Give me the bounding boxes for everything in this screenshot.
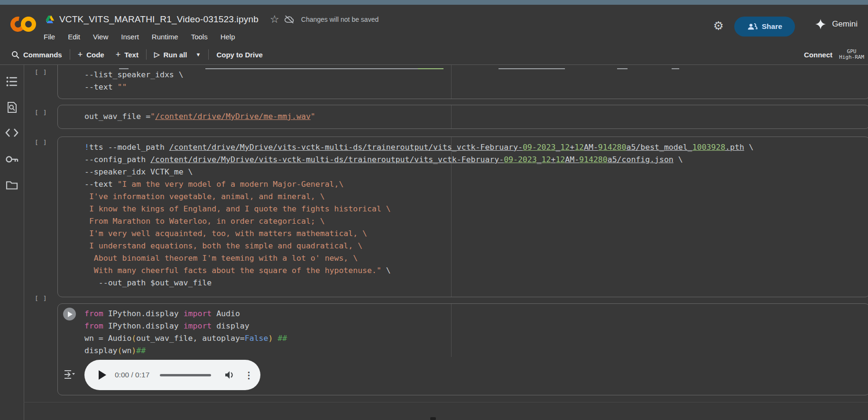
code-segment: I know the kings of England, and I quote… (84, 204, 391, 213)
code-segment: _ (537, 155, 542, 164)
menu-file[interactable]: File (44, 33, 55, 41)
code-line: I'm very well acquainted, too, with matt… (84, 228, 868, 240)
menu-tools[interactable]: Tools (191, 33, 208, 41)
code-snippets-icon[interactable] (5, 128, 18, 137)
find-replace-icon[interactable] (6, 101, 18, 114)
cell-gutter-marker[interactable]: [ ] (35, 139, 54, 146)
add-text-button[interactable]: + Text (116, 50, 139, 60)
window-top-strip (0, 0, 868, 5)
notebook-title[interactable]: VCTK_VITS_MARATHI_R1_Video-031523.ipynb (59, 14, 259, 25)
header: VCTK_VITS_MARATHI_R1_Video-031523.ipynb … (0, 5, 868, 45)
share-button[interactable]: Share (734, 17, 795, 37)
code-segment: from (84, 321, 103, 330)
code-segment: from (84, 309, 103, 318)
cell-gutter-marker[interactable]: [ ] (35, 109, 54, 116)
code-editor[interactable]: !tts --model_path /content/drive/MyDrive… (58, 137, 868, 289)
code-editor[interactable]: out_wav_file ="/content/drive/MyDrive/me… (58, 105, 868, 123)
logo-ring-right (21, 17, 36, 32)
code-segment: a5/best_model_ (626, 143, 692, 152)
code-segment: About binomial theorem I'm teeming with … (84, 254, 358, 263)
code-line: from IPython.display import Audio (84, 308, 868, 320)
volume-icon[interactable] (224, 370, 235, 380)
code-segment: ) (268, 334, 273, 343)
code-line: !tts --model_path /content/drive/MyDrive… (84, 141, 868, 154)
code-segment: Audio (212, 309, 240, 318)
code-segment: /content/drive/MyDrive/vits-vctk-multi-d… (169, 143, 523, 152)
run-all-button[interactable]: ▷ Run all ▼ (154, 50, 201, 59)
code-segment: AM- (565, 155, 579, 164)
toolbar-divider (208, 49, 209, 60)
code-segment: .pth (725, 143, 744, 152)
commands-button[interactable]: Commands (11, 51, 62, 59)
code-segment: --list_speaker_idxs \ (84, 70, 184, 79)
accelerator-badge[interactable]: GPU High-RAM (839, 49, 864, 60)
code-line: --text "" (84, 81, 868, 93)
colab-logo-icon[interactable] (10, 11, 38, 38)
plus-icon: + (78, 50, 83, 60)
notebook-scroll-area[interactable]: [ ] [ ] [ ] [ ] --list_speaker_idxs \--t… (24, 64, 868, 420)
settings-gear-icon[interactable]: ⚙ (713, 20, 724, 31)
code-segment: " (311, 112, 315, 121)
connect-button[interactable]: Connect (804, 51, 832, 59)
code-segment: With many cheerful facts about the squar… (84, 266, 381, 275)
code-segment: I understand equations, both the simple … (84, 241, 362, 250)
cell-output-options-icon[interactable] (64, 369, 75, 380)
copy-to-drive-button[interactable]: Copy to Drive (216, 51, 263, 59)
cell-gutter-marker[interactable]: [ ] (35, 69, 54, 76)
code-segment: ( (118, 346, 122, 355)
audio-player[interactable]: 0:00 / 0:17 ⋮ (84, 360, 260, 390)
code-cell[interactable]: !tts --model_path /content/drive/MyDrive… (57, 137, 868, 297)
files-folder-icon[interactable] (6, 180, 18, 190)
code-cell[interactable]: --list_speaker_idxs \--text "" (57, 64, 868, 99)
code-segment: 914280 (579, 155, 608, 164)
code-line: display(wn)## (84, 345, 868, 357)
audio-play-button[interactable] (99, 370, 106, 380)
star-icon[interactable]: ☆ (270, 13, 279, 26)
code-segment: False (245, 334, 268, 343)
code-line: From Marathon to Waterloo, in order cate… (84, 215, 868, 228)
cell-gutter-marker[interactable]: [ ] (35, 295, 54, 302)
code-segment: 12 (574, 143, 584, 152)
code-segment: wn (122, 346, 131, 355)
code-line: About binomial theorem I'm teeming with … (84, 252, 868, 265)
code-segment: IPython.display (103, 309, 184, 318)
chevron-down-icon[interactable]: ▼ (196, 52, 201, 57)
code-editor[interactable]: from IPython.display import Audiofrom IP… (58, 304, 868, 357)
menu-insert[interactable]: Insert (121, 33, 139, 41)
secrets-key-icon[interactable] (5, 155, 18, 164)
code-segment: I've information vegetable, animal, and … (84, 192, 325, 201)
audio-menu-icon[interactable]: ⋮ (244, 370, 253, 381)
menu-view[interactable]: View (93, 33, 108, 41)
code-segment: 12 (560, 143, 570, 152)
code-segment: tts --model_path (89, 143, 169, 152)
add-code-button[interactable]: + Code (78, 50, 104, 60)
code-line: --out_path $out_wav_file (84, 277, 868, 289)
code-line: --speaker_idx VCTK_me \ (84, 166, 868, 178)
code-line: out_wav_file ="/content/drive/MyDrive/me… (84, 110, 868, 123)
code-segment: import (184, 321, 212, 330)
menu-edit[interactable]: Edit (68, 33, 80, 41)
section-divider (24, 402, 868, 402)
code-segment: ## (136, 346, 146, 355)
code-segment: out_wav_file = (84, 112, 150, 121)
cloud-off-icon (284, 15, 295, 24)
menu-runtime[interactable]: Runtime (152, 33, 178, 41)
code-segment: /content/drive/MyDrive/me-mmj.wav (155, 112, 311, 121)
code-segment: 1003928 (693, 143, 726, 152)
clipped-code-fragment (672, 66, 679, 69)
code-segment: From Marathon to Waterloo, in order cate… (84, 217, 325, 226)
gemini-button[interactable]: Gemini (815, 19, 858, 29)
audio-progress-bar[interactable] (160, 374, 211, 376)
share-people-icon (747, 23, 757, 30)
code-segment: /content/drive/MyDrive/vits-vctk-multi-d… (150, 155, 504, 164)
code-segment: + (551, 155, 555, 164)
code-cell[interactable]: out_wav_file ="/content/drive/MyDrive/me… (57, 105, 868, 129)
clipped-code-fragment (418, 66, 443, 69)
code-cell[interactable]: from IPython.display import Audiofrom IP… (57, 303, 868, 395)
code-editor[interactable]: --list_speaker_idxs \--text "" (58, 64, 868, 93)
code-segment: AM- (584, 143, 598, 152)
table-of-contents-icon[interactable] (6, 76, 18, 87)
code-segment: \ (381, 266, 391, 275)
code-segment: \ (674, 155, 683, 164)
menu-help[interactable]: Help (221, 33, 235, 41)
